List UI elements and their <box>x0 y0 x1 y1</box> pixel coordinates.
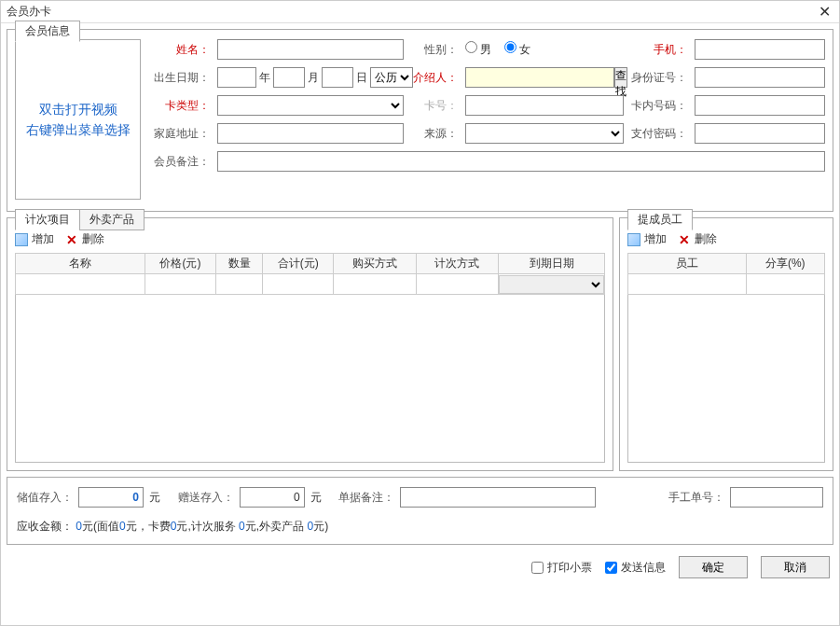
label-cardtype: 卡类型： <box>154 98 210 114</box>
calendar-select[interactable]: 公历 <box>370 67 413 88</box>
ok-button[interactable]: 确定 <box>679 556 748 578</box>
table-row[interactable] <box>16 274 605 295</box>
send-checkbox[interactable]: 发送信息 <box>605 560 666 576</box>
gender-male[interactable]: 男 <box>465 43 491 56</box>
manual-input[interactable] <box>730 487 823 508</box>
items-table: 名称 价格(元) 数量 合计(元) 购买方式 计次方式 到期日期 <box>15 253 605 295</box>
tab-takeout[interactable]: 外卖产品 <box>79 209 145 230</box>
cardno-input[interactable] <box>465 95 624 116</box>
label-phone: 手机： <box>631 42 687 58</box>
label-name: 姓名： <box>154 42 210 58</box>
col-counttype: 计次方式 <box>416 254 498 274</box>
gender-group: 男 女 <box>465 41 624 58</box>
tab-member-info[interactable]: 会员信息 <box>15 21 80 42</box>
referrer-input[interactable] <box>465 67 614 88</box>
delete-icon: ✕ <box>678 233 691 246</box>
footer: 打印小票 发送信息 确定 取消 <box>1 550 839 584</box>
col-total: 合计(元) <box>263 254 334 274</box>
address-input[interactable] <box>217 123 404 144</box>
label-address: 家庭地址： <box>154 126 210 142</box>
delete-button[interactable]: ✕删除 <box>65 231 104 247</box>
bottom-panel: 储值存入： 元 赠送存入： 元 单据备注： 手工单号： 应收金额： 0元(面值0… <box>7 477 833 545</box>
source-select[interactable] <box>465 123 624 144</box>
label-gender: 性别： <box>411 42 458 58</box>
label-referrer: 介绍人： <box>411 70 458 86</box>
print-checkbox[interactable]: 打印小票 <box>531 560 592 576</box>
gender-female[interactable]: 女 <box>504 43 530 56</box>
cardtype-select[interactable] <box>217 95 404 116</box>
titlebar: 会员办卡 ✕ <box>1 1 839 23</box>
label-innerno: 卡内号码： <box>631 98 687 114</box>
birth-day[interactable] <box>322 67 353 88</box>
due-line: 应收金额： 0元(面值0元，卡费0元,计次服务 0元,外卖产品 0元) <box>17 519 823 535</box>
label-memo: 会员备注： <box>154 154 210 170</box>
find-button[interactable]: 查找 <box>614 67 627 88</box>
col-name: 名称 <box>16 254 145 274</box>
member-info-panel: 会员信息 双击打开视频 右键弹出菜单选择 姓名： 性别： 男 女 手机： 出生日… <box>7 29 833 212</box>
expire-select[interactable] <box>499 275 604 294</box>
label-gift: 赠送存入： <box>178 490 234 506</box>
label-birth: 出生日期： <box>154 70 210 86</box>
billmemo-input[interactable] <box>400 487 596 508</box>
staff-table: 员工 分享(%) <box>627 253 825 295</box>
video-hint-2: 右键弹出菜单选择 <box>26 119 131 140</box>
idno-input[interactable] <box>695 67 825 88</box>
memo-input[interactable] <box>217 151 825 172</box>
tab-timed[interactable]: 计次项目 <box>15 209 80 230</box>
video-placeholder[interactable]: 双击打开视频 右键弹出菜单选择 <box>15 39 141 200</box>
staff-add-button[interactable]: 增加 <box>627 231 667 247</box>
col-buytype: 购买方式 <box>334 254 416 274</box>
col-expire: 到期日期 <box>499 254 605 274</box>
col-staff: 员工 <box>628 254 747 274</box>
label-manual: 手工单号： <box>668 490 724 506</box>
add-icon <box>15 233 28 246</box>
add-icon <box>627 233 640 246</box>
items-panel: 计次项目 外卖产品 增加 ✕删除 名称 价格(元) 数量 合计(元) 购买方式 … <box>7 217 613 471</box>
paypwd-input[interactable] <box>695 123 825 144</box>
phone-input[interactable] <box>695 39 825 60</box>
close-icon[interactable]: ✕ <box>815 3 833 21</box>
birth-year[interactable] <box>217 67 256 88</box>
referrer-group: 查找 <box>465 67 624 88</box>
staff-delete-button[interactable]: ✕删除 <box>678 231 717 247</box>
tab-staff[interactable]: 提成员工 <box>627 209 693 230</box>
label-source: 来源： <box>411 126 458 142</box>
video-hint-1: 双击打开视频 <box>39 99 117 119</box>
label-idno: 身份证号： <box>631 70 687 86</box>
col-share: 分享(%) <box>746 254 824 274</box>
cancel-button[interactable]: 取消 <box>761 556 830 578</box>
birth-month[interactable] <box>273 67 305 88</box>
label-deposit: 储值存入： <box>17 490 73 506</box>
name-input[interactable] <box>217 39 404 60</box>
deposit-input[interactable] <box>78 487 144 508</box>
birth-group: 年 月 日 公历 <box>217 67 404 88</box>
items-grid-body <box>15 295 605 463</box>
gift-input[interactable] <box>240 487 305 508</box>
label-billmemo: 单据备注： <box>338 490 394 506</box>
table-row[interactable] <box>628 274 825 295</box>
window-title: 会员办卡 <box>7 4 51 20</box>
innerno-input[interactable] <box>695 95 825 116</box>
staff-panel: 提成员工 增加 ✕删除 员工 分享(%) <box>619 217 833 471</box>
col-qty: 数量 <box>215 254 263 274</box>
label-cardno: 卡号： <box>411 98 458 114</box>
col-price: 价格(元) <box>145 254 216 274</box>
staff-grid-body <box>627 295 825 463</box>
label-paypwd: 支付密码： <box>631 126 687 142</box>
delete-icon: ✕ <box>65 233 78 246</box>
add-button[interactable]: 增加 <box>15 231 54 247</box>
